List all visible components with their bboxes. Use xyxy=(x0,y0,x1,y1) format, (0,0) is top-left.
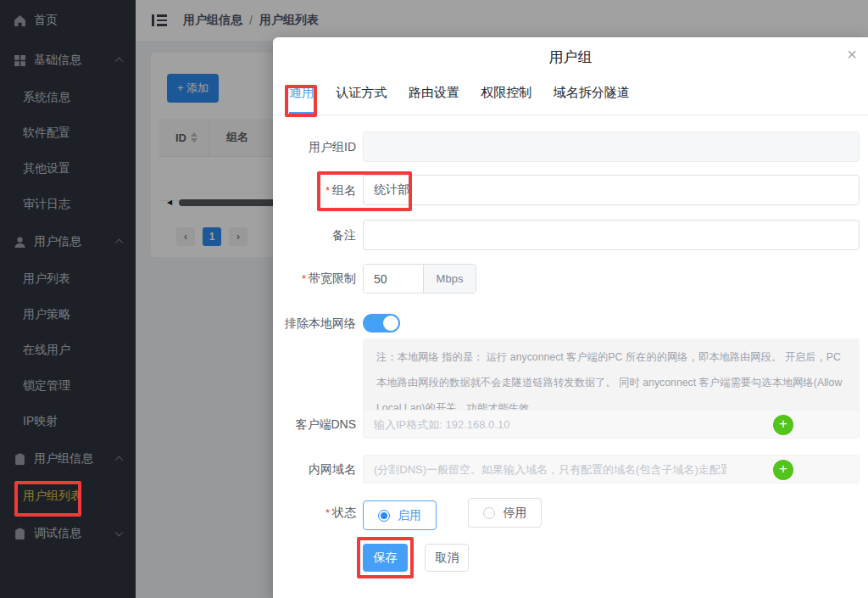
field-label: 用户组ID xyxy=(309,131,356,162)
form-row-group-name: *组名 xyxy=(363,175,860,205)
radio-selected-icon xyxy=(378,510,390,522)
field-label: 排除本地网络 xyxy=(285,314,356,333)
group-id-input[interactable] xyxy=(363,131,860,162)
intranet-domain-field: + xyxy=(363,455,860,483)
status-option-enable[interactable]: 启用 xyxy=(363,500,437,530)
add-domain-button[interactable]: + xyxy=(773,460,793,480)
bandwidth-unit: Mbps xyxy=(423,265,476,293)
field-label: *组名 xyxy=(326,175,356,206)
status-option-disable[interactable]: 停用 xyxy=(468,498,542,528)
save-button[interactable]: 保存 xyxy=(363,544,408,572)
required-asterisk: * xyxy=(326,184,330,197)
app-root: 首页 基础信息 系统信息 软件配置 其他设置 审计日志 用户信息 用户列表 用户… xyxy=(0,0,868,598)
field-label: 客户端DNS xyxy=(295,410,356,439)
cancel-button[interactable]: 取消 xyxy=(425,544,469,572)
bandwidth-input-group: Mbps xyxy=(363,264,476,293)
usergroup-modal: 用户组 × 通用 认证方式 路由设置 权限控制 域名拆分隧道 用户组ID *组名… xyxy=(273,37,868,598)
bandwidth-input[interactable] xyxy=(364,265,423,293)
group-name-input[interactable] xyxy=(363,175,860,205)
add-dns-button[interactable]: + xyxy=(773,415,793,435)
radio-unselected-icon xyxy=(483,507,495,519)
field-label: 备注 xyxy=(332,220,356,250)
form-row-group-id: 用户组ID xyxy=(363,131,860,162)
client-dns-input[interactable] xyxy=(364,411,737,438)
field-label: *带宽限制 xyxy=(302,264,356,293)
form-row-client-dns: 客户端DNS + xyxy=(363,410,860,439)
tab-general[interactable]: 通用 xyxy=(289,85,314,114)
toggle-knob xyxy=(383,316,398,331)
remark-input[interactable] xyxy=(363,220,860,250)
form-row-remark: 备注 xyxy=(363,220,860,250)
modal-tabs: 通用 认证方式 路由设置 权限控制 域名拆分隧道 xyxy=(273,85,868,115)
exclude-local-toggle[interactable] xyxy=(363,314,400,333)
form-row-status: *状态 启用 停用 xyxy=(363,498,860,530)
required-asterisk: * xyxy=(326,506,330,519)
field-label: *状态 xyxy=(326,498,356,528)
required-asterisk: * xyxy=(302,272,306,285)
form-row-bandwidth: *带宽限制 Mbps xyxy=(363,264,860,293)
tab-auth-method[interactable]: 认证方式 xyxy=(336,85,387,112)
modal-title: 用户组 xyxy=(273,48,868,67)
tab-route-settings[interactable]: 路由设置 xyxy=(409,85,459,112)
tab-permission-control[interactable]: 权限控制 xyxy=(481,85,531,112)
intranet-domain-input[interactable] xyxy=(364,455,737,483)
client-dns-field: + xyxy=(363,410,860,439)
tab-domain-split-tunnel[interactable]: 域名拆分隧道 xyxy=(554,85,630,112)
form-actions: 保存 取消 xyxy=(363,544,860,572)
form-row-exclude-local: 排除本地网络 xyxy=(363,314,860,333)
form-row-intranet-domain: 内网域名 + xyxy=(363,455,860,483)
field-label: 内网域名 xyxy=(309,455,356,483)
close-icon[interactable]: × xyxy=(847,46,857,63)
